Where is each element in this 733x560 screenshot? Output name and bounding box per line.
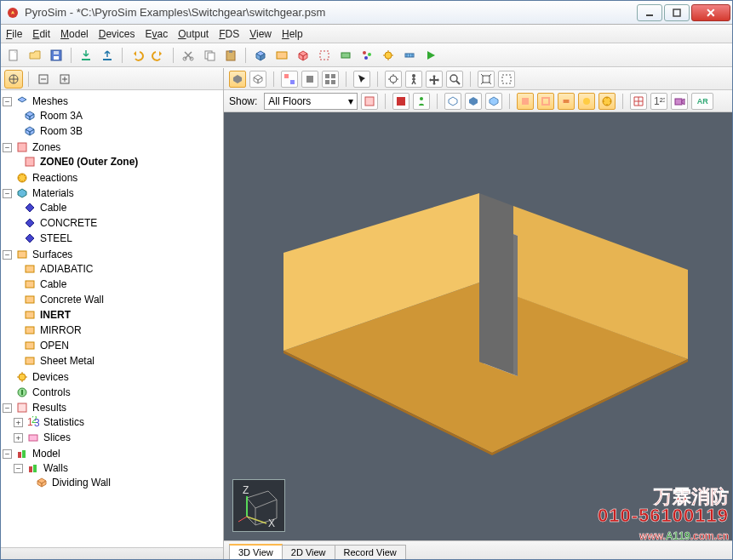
viewport-3d[interactable]: X Z 万霖消防 010-56100119 www.A119.com.cn — [224, 112, 732, 540]
grid-button[interactable] — [630, 93, 647, 110]
twisty-icon[interactable]: − — [14, 464, 23, 473]
menu-help[interactable]: Help — [282, 28, 303, 40]
tree-adiabatic[interactable]: ADIABATIC — [38, 263, 94, 275]
particle-button[interactable] — [358, 46, 376, 65]
camera-button[interactable] — [671, 93, 688, 110]
tab-3d-view[interactable]: 3D View — [229, 544, 283, 559]
ar-button[interactable]: AR — [691, 93, 713, 110]
tab-2d-view[interactable]: 2D View — [282, 545, 335, 559]
show-vents-button[interactable] — [558, 93, 575, 110]
zoom-selection-button[interactable] — [498, 71, 515, 88]
twisty-icon[interactable]: − — [3, 403, 12, 413]
twisty-icon[interactable]: + — [14, 418, 23, 427]
mesh-button[interactable] — [251, 46, 270, 65]
zoom-tool-button[interactable] — [446, 71, 463, 88]
tab-record-view[interactable]: Record View — [335, 545, 406, 559]
zoom-extents-button[interactable] — [478, 71, 495, 88]
tree-slices[interactable]: Slices — [42, 431, 72, 443]
nav-collapse-button[interactable] — [34, 70, 53, 89]
view-group-button[interactable] — [281, 71, 298, 88]
twisty-icon[interactable]: − — [3, 189, 12, 198]
tree-reactions[interactable]: Reactions — [31, 172, 79, 184]
tree-room3a[interactable]: Room 3A — [38, 110, 84, 122]
tree-cable2[interactable]: Cable — [38, 278, 68, 290]
export-button[interactable] — [98, 46, 117, 65]
labels-button[interactable]: 1²³ — [650, 93, 667, 110]
twisty-icon[interactable]: − — [3, 250, 12, 260]
close-button[interactable]: ✕ — [691, 4, 730, 21]
view-single-button[interactable] — [301, 71, 318, 88]
tree-concretewall[interactable]: Concrete Wall — [38, 294, 106, 306]
tree-sheetmetal[interactable]: Sheet Metal — [38, 355, 96, 367]
tree-dividingwall[interactable]: Dividing Wall — [50, 477, 112, 489]
floor-settings-button[interactable] — [361, 93, 378, 110]
menu-view[interactable]: View — [249, 28, 272, 40]
show-mesh-button[interactable] — [392, 93, 409, 110]
copy-button[interactable] — [200, 46, 219, 65]
undo-button[interactable] — [128, 46, 146, 65]
open-file-button[interactable] — [26, 46, 44, 65]
nav-expand-button[interactable] — [55, 70, 74, 89]
tree-zones[interactable]: Zones — [31, 141, 62, 153]
import-button[interactable] — [77, 46, 95, 65]
view-realistic-button[interactable] — [485, 93, 502, 110]
run-button[interactable] — [421, 46, 440, 65]
show-slices-button[interactable] — [598, 93, 616, 110]
twisty-icon[interactable]: − — [3, 97, 12, 106]
tree-results[interactable]: Results — [31, 402, 68, 414]
new-file-button[interactable] — [4, 46, 23, 65]
twisty-icon[interactable]: + — [14, 433, 23, 443]
walk-tool-button[interactable] — [405, 71, 422, 88]
tree-devices[interactable]: Devices — [31, 371, 71, 383]
view-wire-button[interactable] — [249, 71, 266, 88]
menu-model[interactable]: Model — [60, 28, 89, 40]
view-wireframe-button[interactable] — [444, 93, 461, 110]
maximize-button[interactable] — [664, 4, 690, 21]
view-multi-button[interactable] — [322, 71, 339, 88]
orbit-tool-button[interactable] — [385, 71, 402, 88]
menu-edit[interactable]: Edit — [32, 28, 50, 40]
paste-button[interactable] — [221, 46, 240, 65]
hvac-button[interactable] — [400, 46, 419, 65]
vent-button[interactable] — [336, 46, 355, 65]
view-solid-button[interactable] — [229, 71, 246, 88]
axis-gizmo[interactable]: X Z — [232, 479, 285, 532]
view-solid2-button[interactable] — [465, 93, 482, 110]
tree-walls[interactable]: Walls — [42, 462, 70, 474]
pan-tool-button[interactable] — [426, 71, 443, 88]
save-file-button[interactable] — [47, 46, 66, 65]
menu-output[interactable]: Output — [178, 28, 209, 40]
tree-cable[interactable]: Cable — [38, 202, 68, 214]
show-devices-button[interactable] — [578, 93, 595, 110]
hole-button[interactable] — [315, 46, 334, 65]
select-tool-button[interactable] — [353, 71, 370, 88]
device-button[interactable] — [379, 46, 398, 65]
tree-zone0[interactable]: ZONE0 (Outer Zone) — [38, 156, 140, 168]
tree-open[interactable]: OPEN — [38, 340, 71, 351]
menu-file[interactable]: File — [6, 28, 22, 40]
tree-concrete[interactable]: CONCRETE — [38, 217, 99, 229]
obstruction-button[interactable] — [294, 46, 312, 65]
menu-fds[interactable]: FDS — [219, 28, 239, 40]
twisty-icon[interactable]: − — [3, 449, 12, 459]
menu-devices[interactable]: Devices — [99, 28, 135, 40]
tree-room3b[interactable]: Room 3B — [38, 125, 84, 137]
tree-model[interactable]: Model — [31, 448, 62, 460]
show-holes-button[interactable] — [537, 93, 554, 110]
show-people-button[interactable] — [413, 93, 430, 110]
tree-inert[interactable]: INERT — [38, 309, 72, 321]
nav-tree-button[interactable] — [4, 70, 23, 89]
cut-button[interactable] — [179, 46, 198, 65]
navigator-tree[interactable]: −Meshes Room 3A Room 3B −Zones ZONE0 (Ou… — [1, 90, 223, 547]
tree-mirror[interactable]: MIRROR — [38, 324, 83, 336]
redo-button[interactable] — [149, 46, 168, 65]
twisty-icon[interactable]: − — [3, 143, 12, 152]
tree-statistics[interactable]: Statistics — [42, 416, 86, 428]
surface-button[interactable] — [272, 46, 291, 65]
tree-controls[interactable]: Controls — [31, 386, 72, 398]
minimize-button[interactable] — [637, 4, 662, 21]
menu-evac[interactable]: Evac — [145, 28, 168, 40]
tree-steel[interactable]: STEEL — [38, 232, 74, 244]
floors-dropdown[interactable]: All Floors▾ — [264, 93, 358, 110]
tree-scrollbar[interactable] — [1, 547, 223, 559]
